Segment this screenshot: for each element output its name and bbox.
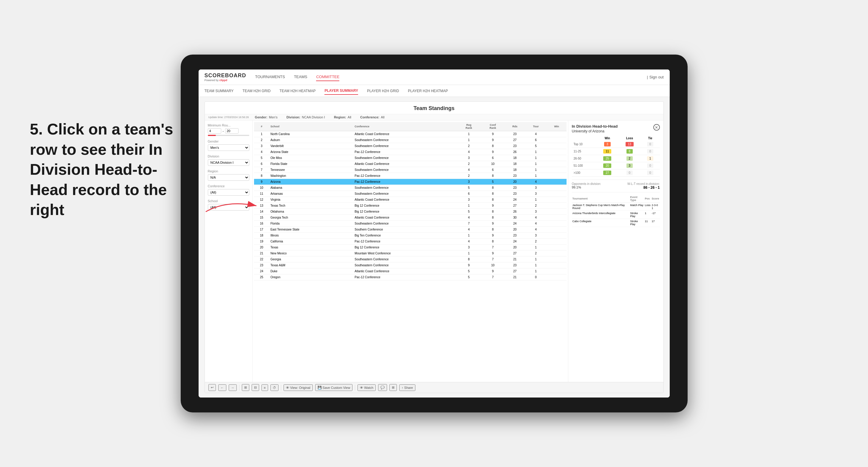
content-card: Team Standings Update time: 27/03/2024 1… (205, 101, 664, 393)
cell-reg-rank: 2 (457, 173, 481, 179)
table-row[interactable]: 4 Arizona State Pac-12 Conference 4 9 26… (254, 149, 566, 155)
subnav-player-h2h-heatmap[interactable]: PLAYER H2H HEATMAP (408, 87, 448, 95)
min-rounds-input[interactable] (208, 128, 221, 134)
save-custom-view-button[interactable]: 💾 Save Custom View (315, 384, 353, 391)
cell-rds: 20 (505, 227, 525, 232)
cell-rank: 18 (254, 232, 269, 239)
table-row[interactable]: 6 Florida State Atlantic Coast Conferenc… (254, 161, 566, 167)
cell-tour: 4 (525, 227, 547, 232)
cell-win (547, 179, 566, 185)
table-row[interactable]: 9 Arizona Pac-12 Conference 3 5 20 4 (254, 179, 566, 185)
annotation-text: 5. Click on a team's row to see their In… (30, 119, 185, 220)
table-row[interactable]: 14 Oklahoma Big 12 Conference 5 8 26 3 (254, 209, 566, 215)
forward-button[interactable]: → (229, 384, 237, 391)
cell-reg-rank: 2 (457, 161, 481, 167)
cell-rank: 23 (254, 262, 269, 269)
nav-committee[interactable]: COMMITTEE (316, 73, 339, 81)
copy-button[interactable]: ⊞ (242, 384, 249, 391)
rounds-slider[interactable] (208, 135, 249, 136)
cell-rank: 10 (254, 185, 269, 191)
subnav-player-summary[interactable]: PLAYER SUMMARY (324, 87, 358, 95)
subnav-team-h2h-heatmap[interactable]: TEAM H2H HEATMAP (279, 87, 315, 95)
table-row[interactable]: 11 Arkansas Southeastern Conference 6 8 … (254, 191, 566, 197)
table-row[interactable]: 7 Tennessee Southeastern Conference 4 6 … (254, 167, 566, 173)
cell-reg-rank: 5 (457, 209, 481, 215)
cell-rds: 21 (505, 256, 525, 262)
table-row[interactable]: 1 North Carolina Atlantic Coast Conferen… (254, 131, 566, 137)
cell-win (547, 227, 566, 232)
top-nav-links: TOURNAMENTS TEAMS COMMITTEE (255, 73, 647, 81)
table-row[interactable]: 8 Washington Pac-12 Conference 2 8 23 1 (254, 173, 566, 179)
division-select[interactable]: NCAA Division I (208, 159, 249, 166)
eye-icon: 👁 (286, 386, 289, 390)
table-row[interactable]: 21 New Mexico Mountain West Conference 1… (254, 250, 566, 256)
cell-tour: 2 (525, 239, 547, 245)
cell-reg-rank: 8 (457, 256, 481, 262)
cell-reg-rank: 1 (457, 250, 481, 256)
grid-button[interactable]: ⊞ (390, 384, 397, 391)
cell-conference: Pac-12 Conference (353, 173, 457, 179)
table-row[interactable]: 19 California Pac-12 Conference 4 8 24 2 (254, 239, 566, 245)
paste-button[interactable]: ⊟ (252, 384, 259, 391)
back-button[interactable]: ← (218, 384, 226, 391)
cell-conf-rank: 7 (481, 274, 505, 280)
cell-rds: 23 (505, 185, 525, 191)
cell-rds: 26 (505, 209, 525, 215)
table-row[interactable]: 12 Virginia Atlantic Coast Conference 3 … (254, 197, 566, 203)
cell-tour: 6 (525, 137, 547, 143)
opponents-pct: 99.1% (572, 186, 601, 189)
region-select[interactable]: N/A (208, 174, 249, 181)
subnav-team-summary[interactable]: TEAM SUMMARY (205, 87, 234, 95)
cell-reg-rank: 3 (457, 179, 481, 185)
cell-tour: 4 (525, 131, 547, 137)
cell-win (547, 149, 566, 155)
table-row[interactable]: 23 Texas A&M Southeastern Conference 9 1… (254, 262, 566, 269)
subnav-team-h2h-grid[interactable]: TEAM H2H GRID (242, 87, 271, 95)
cell-reg-rank: 3 (457, 197, 481, 203)
cell-school: Oregon (269, 274, 353, 280)
cell-win (547, 191, 566, 197)
table-row[interactable]: 3 Vanderbilt Southeastern Conference 2 8… (254, 143, 566, 149)
menu-button[interactable]: ≡ (261, 384, 268, 391)
table-row[interactable]: 10 Alabama Southeastern Conference 5 8 2… (254, 185, 566, 191)
table-row[interactable]: 16 Florida Southeastern Conference 7 9 2… (254, 221, 566, 227)
close-button[interactable]: ✕ (653, 124, 660, 131)
table-row[interactable]: 18 Illinois Big Ten Conference 1 9 23 3 (254, 232, 566, 239)
max-rounds-input[interactable] (225, 128, 239, 134)
table-row[interactable]: 2 Auburn Southeastern Conference 1 9 27 … (254, 137, 566, 143)
share-button[interactable]: ↑ Share (399, 384, 415, 391)
cell-reg-rank: 5 (457, 269, 481, 274)
view-original-button[interactable]: 👁 View: Original (284, 384, 313, 391)
cell-school: Georgia Tech (269, 215, 353, 221)
table-row[interactable]: 22 Georgia Southeastern Conference 8 7 2… (254, 256, 566, 262)
cell-rank: 4 (254, 149, 269, 155)
table-row[interactable]: 20 Texas Big 12 Conference 3 7 20 1 (254, 245, 566, 250)
cell-conf-rank: 7 (481, 245, 505, 250)
table-row[interactable]: 5 Ole Miss Southeastern Conference 3 6 1… (254, 155, 566, 161)
sign-out-label[interactable]: Sign out (649, 75, 664, 79)
cell-conference: Southeastern Conference (353, 155, 457, 161)
cell-tour: 2 (525, 203, 547, 209)
opponents-label: Opponents in division: (572, 182, 601, 186)
table-row[interactable]: 15 Georgia Tech Atlantic Coast Conferenc… (254, 215, 566, 221)
cell-rds: 20 (505, 179, 525, 185)
time-button[interactable]: ⏱ (271, 384, 279, 391)
watch-button[interactable]: 👁 Watch (358, 384, 376, 391)
sign-out[interactable]: | Sign out (647, 75, 663, 79)
cell-win (547, 269, 566, 274)
table-row[interactable]: 13 Texas Tech Big 12 Conference 1 9 27 2 (254, 203, 566, 209)
table-row[interactable]: 17 East Tennessee State Southern Confere… (254, 227, 566, 232)
undo-button[interactable]: ↩ (209, 384, 216, 391)
nav-tournaments[interactable]: TOURNAMENTS (255, 73, 285, 81)
chat-button[interactable]: 💬 (378, 384, 387, 391)
cell-conference: Atlantic Coast Conference (353, 197, 457, 203)
table-row[interactable]: 24 Duke Atlantic Coast Conference 5 9 27… (254, 269, 566, 274)
cell-school: Illinois (269, 232, 353, 239)
cell-tour: 0 (525, 274, 547, 280)
gender-select[interactable]: Men's (208, 144, 249, 151)
table-row[interactable]: 25 Oregon Pac-12 Conference 5 7 21 0 (254, 274, 566, 280)
cell-conference: Pac-12 Conference (353, 274, 457, 280)
cell-tour: 1 (525, 149, 547, 155)
subnav-player-h2h-grid[interactable]: PLAYER H2H GRID (367, 87, 399, 95)
nav-teams[interactable]: TEAMS (294, 73, 307, 81)
